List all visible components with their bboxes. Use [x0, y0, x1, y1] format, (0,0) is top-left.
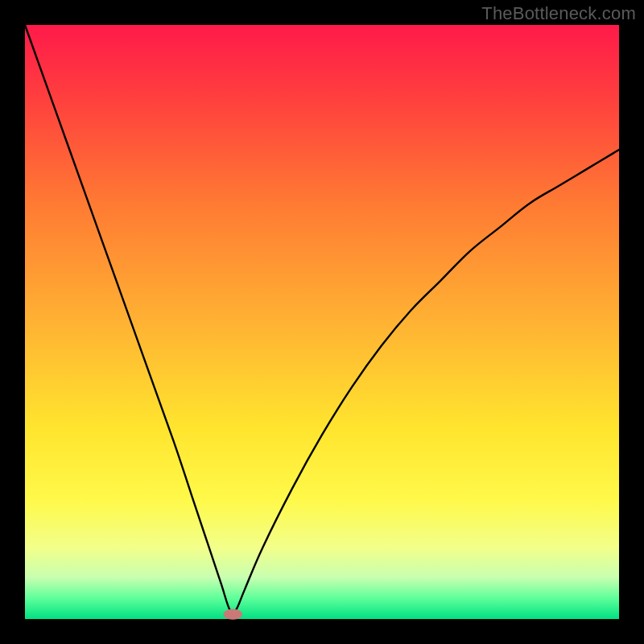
watermark-text: TheBottleneck.com [481, 3, 636, 24]
bottleneck-chart [0, 0, 644, 644]
plot-background [25, 25, 619, 619]
chart-frame: TheBottleneck.com [0, 0, 644, 644]
optimal-point-marker [223, 609, 242, 619]
